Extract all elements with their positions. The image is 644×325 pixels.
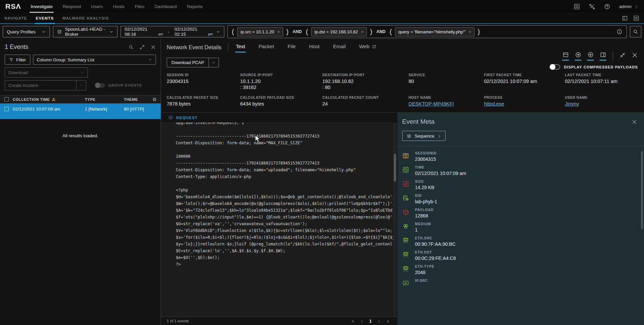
view-split-horizontal[interactable] [562,52,569,61]
summary-link[interactable]: DESKTOP-MP49KFI [409,101,454,107]
info-icon[interactable] [616,29,622,35]
execute-query-button[interactable] [630,26,641,37]
summary-user-name: USER NAMEJimmy [565,95,644,107]
payload-text-area[interactable]: Upgrade-Insecure-Requests: 1 -----------… [161,122,397,317]
column-collection-time[interactable]: COLLECTION TIME⚠ [13,97,85,102]
panel-layout-icon[interactable] [622,15,628,21]
group-events-toggle[interactable] [95,83,105,88]
download-pcap-chevron[interactable] [209,58,219,67]
row-checkbox[interactable] [4,107,9,111]
query-profiles-dropdown[interactable]: Query Profiles [3,26,50,37]
view-split-vertical[interactable] [600,52,606,61]
sequence-button[interactable]: Sequence [402,131,446,141]
payload-line: Content-Disposition: form-data; name="MA… [176,140,389,146]
events-count-title: 1 Events [5,43,128,51]
query-filter-pill[interactable]: query = 'filename="hiimshelly.php"'× [395,27,475,36]
column-theme[interactable]: THEME [124,97,148,101]
nav-item-respond[interactable]: Respond [58,0,86,13]
view-request-only[interactable] [575,52,581,61]
meta-value[interactable]: 00:0C:29:FE:A4:C8 [415,256,456,261]
download-pcap-button[interactable]: Download PCAP [167,58,209,67]
scrollbar-thumb[interactable] [394,154,396,181]
column-type[interactable]: TYPE [85,97,124,101]
tab-packet[interactable]: Packet [258,42,275,53]
app-root: RSΛ InvestigateRespondUsersHostsFilesDas… [0,0,644,325]
summary-value: httpd.exe [484,101,565,107]
request-section-header[interactable]: REQUEST [161,113,397,122]
nav-item-investigate[interactable]: Investigate [26,0,58,13]
column-settings-icon[interactable] [633,15,639,21]
meta-value[interactable]: lab-phyb-1 [415,199,437,204]
subnav-item-malware-analysis[interactable]: MALWARE ANALYSIS [58,13,114,23]
tab-file[interactable]: File [287,42,296,53]
summary-label: SESSION ID [167,73,240,77]
meta-scrollbar[interactable] [641,151,643,229]
summary-value: 02/12/2021 10:07:09 am [484,78,565,84]
remove-filter-icon[interactable]: × [469,29,471,34]
column-group-label: Column Group: Summary List [37,57,94,62]
meta-value[interactable]: 23004315 [415,156,437,162]
meta-value[interactable]: 1 [415,227,431,233]
paren-close-icon: ) [286,28,289,36]
tab-text[interactable]: Text [235,42,246,53]
query-filter-pill[interactable]: ip.dst = 192.168.10.82× [311,27,367,36]
payload-scrollbar[interactable] [393,122,396,317]
next-page-icon[interactable]: › [379,318,380,324]
create-incident-chevron[interactable] [76,80,86,90]
nav-item-users[interactable]: Users [86,0,108,13]
nav-item-reports[interactable]: Reports [182,0,208,13]
last-page-icon[interactable]: » [387,318,389,324]
query-builder[interactable]: (ip.src = 10.1.1.20×)AND(ip.dst = 192.16… [227,25,627,38]
time-range-dropdown[interactable]: 02/12/2021 08:16 am - 02/12/2021 02:15 p… [121,26,224,37]
tab-web[interactable]: Web [358,42,377,53]
search-icon[interactable] [128,45,134,50]
nav-item-files[interactable]: Files [130,0,150,13]
subnav-item-navigate[interactable]: NAVIGATE [0,13,31,23]
compressed-payloads-toggle[interactable] [550,64,560,69]
admin-tools-icon[interactable] [589,3,595,10]
results-loaded-text: All results loaded. [0,133,161,138]
broker-dropdown[interactable]: SpoonLab1-HEAD - Broker [53,26,118,37]
help-icon[interactable] [604,3,610,10]
jobs-icon[interactable] [574,3,580,10]
remove-filter-icon[interactable]: × [277,29,280,34]
funnel-icon [9,58,13,62]
create-incident-button[interactable]: Create Incident [5,80,76,90]
summary-service: SERVICE80 [409,73,484,90]
meta-entry-ip-src: IPIP.SRC [402,278,644,287]
shrink-panel[interactable] [619,52,626,58]
previous-page-icon[interactable]: ‹ [361,318,363,324]
select-all-checkbox[interactable] [4,97,9,101]
column-group-dropdown[interactable]: Column Group: Summary List [33,55,156,65]
meta-value[interactable]: 12868 [415,213,433,218]
toggle-knob [550,64,555,70]
remove-filter-icon[interactable]: × [361,29,364,34]
first-page-icon[interactable]: « [352,318,354,324]
close-panel-icon[interactable] [151,45,156,50]
summary-link[interactable]: Jimmy [565,101,579,107]
tab-host[interactable]: Host [309,42,320,53]
expand-panel-icon[interactable] [139,45,145,50]
payload-line: <?php [176,187,389,194]
query-filter-pill[interactable]: ip.src = 10.1.1.20× [237,27,283,36]
event-row[interactable]: 02/12/2021 10:07:09 am1 [Network]80 [HTT… [0,104,161,119]
close-meta-icon[interactable] [632,119,637,125]
meta-value[interactable]: 14.29 KB [415,185,434,190]
subnav-item-events[interactable]: EVENTS [31,13,58,23]
details-title: Network Event Details [167,44,221,51]
meta-value[interactable]: 00:90:7F:AA:90:BC [415,241,456,247]
nav-item-dashboard[interactable]: Dashboard [150,0,182,13]
filter-button[interactable]: Filter [5,55,30,65]
tab-email[interactable]: Email [332,42,347,53]
gear-icon[interactable]: ⚙ [148,97,161,102]
view-response-only[interactable] [587,52,594,61]
close-details[interactable] [632,52,638,58]
meta-value[interactable]: 02/12/2021 10:07:09 am [415,171,466,176]
meta-entry-eth-dst: ETH.DST00:0C:29:FE:A4:C8 [402,250,644,261]
meta-value[interactable]: 2048 [415,270,434,275]
nav-item-hosts[interactable]: Hosts [108,0,130,13]
summary-value-2: : 80 [322,84,409,90]
download-dropdown[interactable]: Download [5,67,88,78]
summary-link[interactable]: httpd.exe [484,101,504,107]
user-menu[interactable]: admin [619,4,638,9]
